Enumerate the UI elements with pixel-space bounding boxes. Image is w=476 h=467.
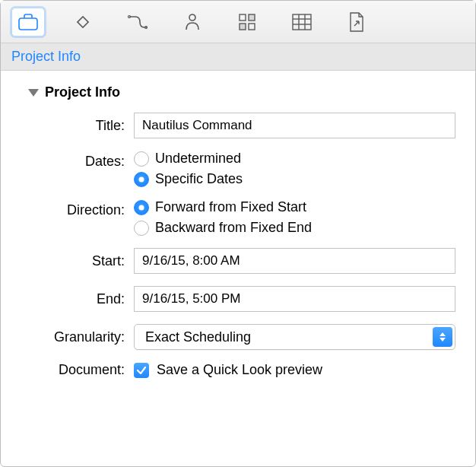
label-title: Title: <box>24 118 134 134</box>
radio-icon <box>134 200 149 215</box>
diamond-icon <box>74 13 92 31</box>
row-end: End: <box>24 286 455 312</box>
end-input[interactable] <box>134 286 455 312</box>
person-icon <box>184 13 201 31</box>
label-direction: Direction: <box>24 199 134 218</box>
tab-export[interactable] <box>340 8 373 37</box>
radio-direction-forward[interactable]: Forward from Fixed Start <box>134 199 455 215</box>
svg-rect-11 <box>293 14 311 30</box>
svg-rect-6 <box>249 14 255 21</box>
tab-dependencies[interactable] <box>121 8 154 37</box>
quicklook-checkbox[interactable] <box>134 363 149 378</box>
radio-icon <box>134 221 149 236</box>
section-header[interactable]: Project Info <box>28 84 455 100</box>
section-title: Project Info <box>45 84 120 100</box>
radio-label: Forward from Fixed Start <box>155 199 306 215</box>
stepper-arrows-icon <box>433 327 452 347</box>
select-value: Exact Scheduling <box>145 329 251 345</box>
granularity-select[interactable]: Exact Scheduling <box>134 324 455 350</box>
radio-label: Backward from Fixed End <box>155 220 312 236</box>
row-document: Document: Save a Quick Look preview <box>24 362 455 378</box>
radio-direction-backward[interactable]: Backward from Fixed End <box>134 220 455 236</box>
inspector-tab-toolbar <box>1 1 475 43</box>
svg-rect-10 <box>249 24 255 30</box>
grid-pattern-icon <box>238 13 256 31</box>
inspector-subtitle-text: Project Info <box>11 49 81 65</box>
checkbox-label: Save a Quick Look preview <box>157 362 322 378</box>
row-granularity: Granularity: Exact Scheduling <box>24 324 455 350</box>
tab-project-info[interactable] <box>11 8 45 37</box>
start-input[interactable] <box>134 248 455 274</box>
tab-milestones[interactable] <box>66 8 100 37</box>
disclosure-triangle-icon[interactable] <box>28 89 39 97</box>
svg-point-4 <box>189 14 195 21</box>
title-input[interactable] <box>134 113 455 138</box>
project-info-form: Title: Dates: Undetermined Specific Date… <box>24 113 455 378</box>
radio-dates-undetermined[interactable]: Undetermined <box>134 151 455 167</box>
direction-radio-group: Forward from Fixed Start Backward from F… <box>134 199 455 236</box>
radio-label: Specific Dates <box>155 171 243 187</box>
label-document: Document: <box>24 362 134 378</box>
inspector-subtitle: Project Info <box>1 43 475 71</box>
link-path-icon <box>128 14 148 30</box>
radio-icon <box>134 151 149 167</box>
inspector-content: Project Info Title: Dates: Undetermined <box>1 71 475 466</box>
tab-columns[interactable] <box>285 8 319 37</box>
svg-rect-8 <box>240 24 246 30</box>
row-title: Title: <box>24 113 455 138</box>
radio-icon <box>134 172 149 187</box>
svg-rect-5 <box>240 14 246 21</box>
svg-rect-1 <box>78 16 88 27</box>
row-direction: Direction: Forward from Fixed Start Back… <box>24 199 455 236</box>
dates-radio-group: Undetermined Specific Dates <box>134 151 455 187</box>
svg-rect-0 <box>19 18 37 30</box>
row-start: Start: <box>24 248 455 274</box>
label-granularity: Granularity: <box>24 329 134 345</box>
checkmark-icon <box>136 365 147 376</box>
briefcase-icon <box>18 14 38 30</box>
radio-label: Undetermined <box>155 151 241 167</box>
tab-resources[interactable] <box>176 8 209 37</box>
inspector-window: Project Info Project Info Title: Dates: <box>0 0 476 467</box>
label-start: Start: <box>24 253 134 269</box>
document-share-icon <box>348 12 365 32</box>
radio-dates-specific[interactable]: Specific Dates <box>134 171 455 187</box>
table-icon <box>292 14 312 30</box>
row-dates: Dates: Undetermined Specific Dates <box>24 151 455 187</box>
tab-styles[interactable] <box>230 8 264 37</box>
label-dates: Dates: <box>24 151 134 170</box>
label-end: End: <box>24 291 134 307</box>
